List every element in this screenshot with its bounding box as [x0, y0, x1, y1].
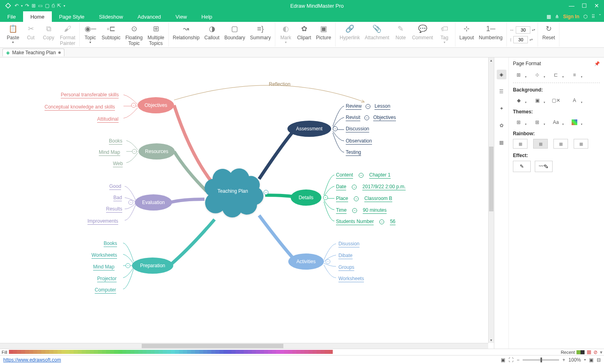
color-swatch[interactable] [122, 350, 126, 354]
grid-icon[interactable]: ⠿ [591, 14, 595, 19]
resources-child-2[interactable]: Web [111, 160, 124, 168]
color-swatch[interactable] [98, 350, 102, 354]
activities-child-1[interactable]: Dibate [337, 251, 354, 260]
preparation-child-3[interactable]: Projector [96, 275, 118, 283]
color-swatch[interactable] [110, 350, 114, 354]
preparation-child-4[interactable]: Computer [93, 286, 118, 294]
layout-button[interactable]: ⊹Layout [458, 23, 476, 41]
evaluation-child-3[interactable]: Improvements [86, 217, 120, 226]
scroll-up-icon[interactable]: ▴ [489, 57, 494, 63]
color-swatch[interactable] [13, 350, 17, 354]
scroll-down-icon[interactable]: ▾ [489, 337, 494, 343]
tab-help[interactable]: Help [194, 11, 220, 22]
color-swatch[interactable] [142, 350, 147, 354]
color-swatch[interactable] [203, 350, 207, 354]
color-swatch[interactable] [151, 350, 155, 354]
node-resources[interactable]: Resources [138, 143, 175, 160]
recent-color-1[interactable] [576, 350, 581, 354]
footer-link[interactable]: https://www.edrawsoft.com [3, 357, 61, 363]
recent-color-2[interactable] [581, 350, 585, 354]
print-icon[interactable]: ⎙ [52, 3, 55, 9]
tab-file[interactable]: File [0, 11, 23, 22]
tab-home[interactable]: Home [23, 11, 52, 22]
details-row-4[interactable]: Students Number−56 [334, 217, 397, 226]
preparation-collapse[interactable]: − [125, 263, 130, 268]
color-swatch[interactable] [236, 350, 240, 354]
color-swatch[interactable] [272, 350, 276, 354]
color-swatch[interactable] [106, 350, 110, 354]
color-swatch[interactable] [175, 350, 179, 354]
activities-child-2[interactable]: Groups [337, 263, 356, 272]
theme-opt-2[interactable]: ⊞▾ [532, 118, 543, 127]
color-swatch[interactable] [187, 350, 191, 354]
zoom-in-icon[interactable]: + [562, 357, 565, 363]
minimize-icon[interactable]: — [569, 2, 574, 9]
activities-child-0[interactable]: Disussion [337, 240, 361, 248]
color-swatch[interactable] [256, 350, 260, 354]
pin-icon[interactable]: 📌 [594, 61, 600, 66]
boundary-button[interactable]: ▢Boundary [223, 23, 247, 41]
share-icon[interactable]: ⋔ [555, 14, 559, 19]
color-swatch[interactable] [288, 350, 292, 354]
color-swatch[interactable] [62, 350, 66, 354]
reset-button[interactable]: ↻Reset [540, 23, 557, 41]
color-swatch[interactable] [102, 350, 106, 354]
color-swatch[interactable] [70, 350, 74, 354]
subtopic-button[interactable]: ◦⊏Subtopic [100, 23, 122, 41]
evaluation-child-1[interactable]: Bad [112, 194, 123, 202]
cut-button[interactable]: ✂Cut [23, 23, 39, 41]
color-swatch[interactable] [199, 350, 203, 354]
evaluation-collapse[interactable]: − [128, 200, 133, 205]
comment-button[interactable]: 💬Comment [410, 23, 435, 41]
bg-remove[interactable]: ▢✕ [550, 96, 561, 105]
color-swatch[interactable] [9, 350, 13, 354]
assessment-collapse[interactable]: − [333, 126, 338, 131]
color-swatch[interactable] [321, 350, 325, 354]
color-swatch[interactable] [90, 350, 94, 354]
color-swatch[interactable] [223, 350, 228, 354]
tab-page-style[interactable]: Page Style [52, 11, 92, 22]
color-swatch[interactable] [179, 350, 183, 354]
color-swatch[interactable] [329, 350, 333, 354]
color-swatch[interactable] [317, 350, 321, 354]
canvas[interactable]: Teaching Plan − Reflection Objectives − … [0, 57, 494, 349]
objectives-child-1[interactable]: Conceptual knowledge and skills [43, 103, 117, 111]
effect-1[interactable]: ✎ [513, 161, 531, 172]
view-mode-1-icon[interactable]: ▣ [589, 357, 593, 363]
preparation-child-2[interactable]: Mind Map [91, 263, 116, 271]
bg-fill[interactable]: ◆▾ [513, 96, 524, 105]
preparation-child-1[interactable]: Worksheets [90, 251, 119, 260]
color-swatch[interactable] [207, 350, 211, 354]
sidetab-clipart-icon[interactable]: ✿ [497, 121, 506, 130]
resources-child-1[interactable]: Mind Map [97, 148, 122, 157]
effect-2[interactable]: 〰✎ [535, 161, 553, 172]
color-swatch[interactable] [86, 350, 90, 354]
center-collapse-right[interactable]: − [264, 190, 268, 195]
color-swatch[interactable] [280, 350, 284, 354]
color-swatch[interactable] [292, 350, 296, 354]
activities-collapse[interactable]: − [325, 259, 330, 264]
hyperlink-button[interactable]: 🔗Hyperlink [338, 23, 362, 41]
color-swatch[interactable] [37, 350, 41, 354]
node-details[interactable]: Details [291, 189, 321, 206]
color-swatch[interactable] [325, 350, 329, 354]
node-preparation[interactable]: Preparation [132, 258, 173, 274]
color-swatch[interactable] [45, 350, 49, 354]
details-collapse[interactable]: − [323, 195, 328, 200]
zoom-pct[interactable]: 100% [568, 357, 581, 363]
redo-icon[interactable]: ↷ [25, 3, 29, 9]
color-swatch[interactable] [29, 350, 33, 354]
theme-color[interactable]: ▾ [569, 118, 580, 127]
color-swatch[interactable] [82, 350, 86, 354]
open-icon[interactable]: ▭ [38, 3, 43, 9]
resources-child-0[interactable]: Books [107, 137, 124, 145]
numbering-button[interactable]: 1─Numbering [477, 23, 504, 41]
collapse-ribbon-icon[interactable]: ˇ [599, 14, 601, 19]
tag-button[interactable]: 🏷Tag▾ [436, 23, 453, 45]
multiple-topics-button[interactable]: ⊞Multiple Topics [146, 23, 166, 47]
assessment-child-5[interactable]: Observation [344, 137, 374, 145]
preparation-child-0[interactable]: Books [102, 239, 119, 248]
color-swatch[interactable] [191, 350, 195, 354]
format-painter-button[interactable]: 🖌Format Painter [58, 23, 77, 47]
fit-width-icon[interactable]: ⛶ [508, 357, 513, 363]
